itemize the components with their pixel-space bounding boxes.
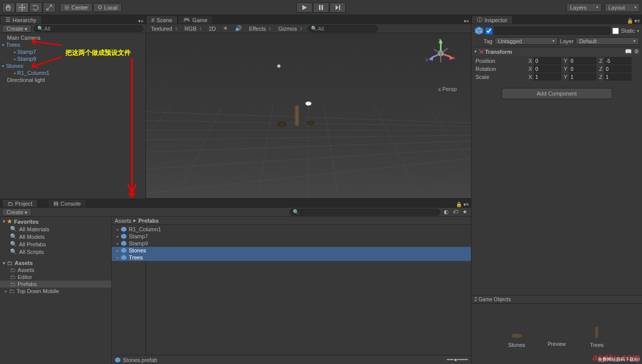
project-tab[interactable]: 🗀Project: [2, 199, 38, 207]
hierarchy-item-r1column1[interactable]: ▸ R1_Column1: [0, 69, 145, 76]
inspector-header: Static ▾: [473, 25, 640, 36]
position-x-input[interactable]: [534, 57, 561, 64]
project-lock-icon[interactable]: 🔒 ▾≡: [456, 202, 469, 207]
play-button[interactable]: [296, 3, 312, 13]
static-checkbox[interactable]: [612, 28, 619, 34]
svg-line-10: [324, 106, 339, 198]
component-settings-icon[interactable]: ⚙: [634, 48, 639, 55]
hierarchy-search-input[interactable]: 🔍All: [34, 25, 143, 32]
scene-tab[interactable]: #Scene: [146, 16, 178, 24]
pivot-local-button[interactable]: ⊙Local: [93, 3, 122, 12]
asset-stones[interactable]: Stones: [112, 247, 471, 254]
svg-marker-19: [429, 55, 434, 61]
hierarchy-tab[interactable]: ☰Hierarchy: [0, 16, 42, 24]
search-filter-icon[interactable]: ◐: [442, 209, 450, 215]
svg-line-8: [177, 106, 222, 198]
inspector-tab[interactable]: ⓘInspector: [471, 16, 513, 24]
console-tab[interactable]: ▤Console: [48, 199, 86, 207]
preview-header[interactable]: 2 Game Objects: [471, 296, 642, 304]
project-breadcrumb: Assets ▸ Prefabs: [112, 217, 471, 225]
gameobject-active-checkbox[interactable]: [486, 28, 492, 34]
gizmo-x-label: x: [453, 55, 455, 60]
scale-y-input[interactable]: [569, 73, 596, 80]
main-toolbar: ◎Center ⊙Local Layers Layout: [0, 0, 642, 15]
scene-grid: [146, 33, 471, 198]
hierarchy-toolbar: Create ▾ 🔍All: [0, 24, 145, 33]
gizmos-dropdown[interactable]: Gizmos: [276, 26, 304, 32]
step-button[interactable]: [330, 3, 346, 13]
layer-dropdown[interactable]: Default: [576, 37, 639, 45]
transform-tools: [2, 3, 56, 13]
rotation-z-input[interactable]: [604, 65, 631, 72]
static-label: Static: [621, 28, 635, 34]
scene-search-input[interactable]: 🔍All: [307, 25, 378, 32]
shading-mode-dropdown[interactable]: Textured: [149, 26, 180, 32]
console-icon: ▤: [53, 200, 58, 207]
position-z-input[interactable]: [604, 57, 631, 64]
orientation-gizmo[interactable]: y x z: [426, 38, 456, 68]
audio-toggle-icon[interactable]: 🔊: [233, 25, 244, 32]
projection-label[interactable]: ≤ Persp: [438, 86, 457, 92]
scene-toolbar: Textured RGB 2D ☀ 🔊 Effects Gizmos 🔍All: [146, 24, 471, 33]
scale-tool[interactable]: [43, 3, 56, 13]
svg-line-12: [425, 106, 471, 198]
pause-button[interactable]: [313, 3, 329, 13]
svg-line-7: [146, 106, 171, 198]
hierarchy-item-trees[interactable]: Trees: [0, 41, 145, 48]
center-icon: ◎: [64, 4, 69, 11]
local-icon: ⊙: [98, 4, 102, 11]
game-tab[interactable]: 🎮Game: [178, 16, 213, 24]
pivot-center-button[interactable]: ◎Center: [60, 3, 93, 12]
position-y-input[interactable]: [569, 57, 596, 64]
asset-r1-column1[interactable]: R1_Column1: [112, 226, 471, 233]
asset-list: R1_Column1 Stamp7 Stamp9 Stones Trees: [112, 225, 471, 355]
hierarchy-item-main-camera[interactable]: Main Camera: [0, 34, 145, 41]
gizmo-y-label: y: [439, 37, 441, 42]
asset-stamp7[interactable]: Stamp7: [112, 233, 471, 240]
svg-line-9: [258, 106, 273, 198]
layers-dropdown[interactable]: Layers: [567, 3, 602, 12]
asset-stamp9[interactable]: Stamp9: [112, 240, 471, 247]
layout-dropdown[interactable]: Layout: [605, 3, 640, 12]
component-help-icon[interactable]: 📖: [625, 48, 632, 55]
transform-header[interactable]: ⇲ Transform 📖 ⚙: [473, 47, 640, 56]
effects-dropdown[interactable]: Effects: [247, 26, 273, 32]
play-controls: [296, 3, 346, 13]
game-icon: 🎮: [183, 17, 190, 23]
rotation-y-input[interactable]: [569, 65, 596, 72]
hierarchy-create-button[interactable]: Create ▾: [2, 25, 32, 33]
project-search-input[interactable]: 🔍: [289, 209, 440, 216]
tag-dropdown[interactable]: Untagged: [495, 37, 558, 45]
search-save-icon[interactable]: ★: [461, 209, 469, 215]
asset-trees[interactable]: Trees: [112, 254, 471, 261]
hierarchy-item-stamp7[interactable]: ▸ Stamp7: [0, 48, 145, 55]
scale-z-input[interactable]: [604, 73, 631, 80]
prefab-icon: [474, 26, 484, 35]
rotate-tool[interactable]: [29, 3, 42, 13]
hierarchy-item-directional-light[interactable]: Directional light: [0, 76, 145, 83]
pivot-tools: ◎Center ⊙Local: [60, 3, 122, 12]
scene-tabs: #Scene 🎮Game ▾≡: [146, 15, 471, 24]
watermark-subtitle: 免费网站源码下载站!: [598, 356, 640, 363]
scene-options-icon[interactable]: ▾≡: [464, 19, 469, 24]
hierarchy-item-stamp9[interactable]: ▸ Stamp9: [0, 55, 145, 62]
2d-toggle[interactable]: 2D: [207, 26, 218, 32]
hierarchy-tabs: ☰Hierarchy ▾≡: [0, 15, 145, 24]
rotation-x-input[interactable]: [534, 65, 561, 72]
hierarchy-item-stones[interactable]: Stones: [0, 62, 145, 69]
move-tool[interactable]: [16, 3, 29, 13]
scene-viewport[interactable]: ✺ y x z: [146, 33, 471, 198]
slider-zoom[interactable]: ━━●━━━: [447, 356, 468, 363]
gameobject-name-input[interactable]: [494, 27, 610, 35]
lighting-toggle-icon[interactable]: ☀: [221, 25, 230, 32]
add-component-button[interactable]: Add Component: [502, 88, 612, 99]
scale-label: Scale: [475, 74, 526, 80]
inspector-lock-icon[interactable]: 🔒 ▾≡: [627, 18, 640, 24]
search-label-icon[interactable]: 🏷: [451, 209, 460, 215]
static-dropdown-icon[interactable]: ▾: [637, 29, 639, 33]
scale-x-input[interactable]: [534, 73, 561, 80]
render-mode-dropdown[interactable]: RGB: [183, 26, 204, 32]
hierarchy-options-icon[interactable]: ▾≡: [138, 19, 143, 24]
info-icon: ⓘ: [477, 16, 483, 24]
hand-tool[interactable]: [2, 3, 15, 13]
